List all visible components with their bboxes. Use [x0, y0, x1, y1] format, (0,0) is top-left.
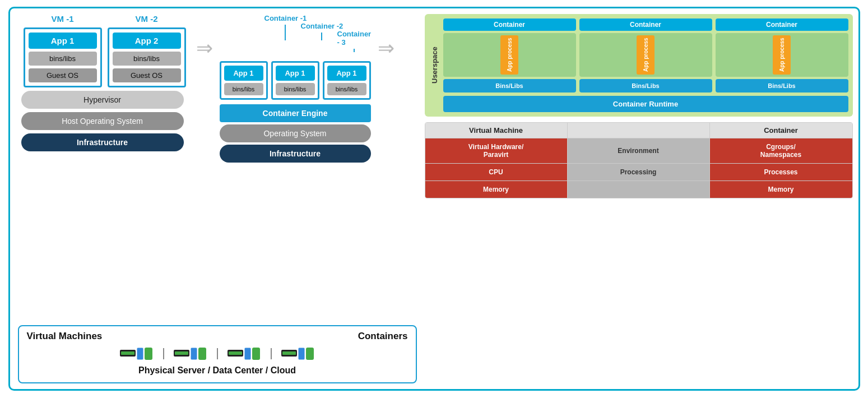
svg-rect-12	[244, 348, 251, 360]
container-header: Container	[710, 123, 852, 138]
comp-cgroups: Cgroups/ Namespaces	[710, 138, 852, 163]
svg-rect-18	[306, 348, 314, 360]
server-unit-3	[228, 345, 261, 362]
c1-app: App 1	[224, 66, 263, 81]
containers-column: Container -1 Container -2 Container - 3	[220, 14, 371, 163]
bins3: Bins/Libs	[716, 79, 848, 92]
connector-3	[269, 348, 273, 359]
comp-cpu: CPU	[425, 164, 568, 181]
arrow1: ⇒	[194, 36, 215, 60]
svg-rect-11	[229, 351, 242, 355]
c3-app: App 1	[327, 66, 366, 81]
svg-rect-13	[252, 348, 260, 360]
comp-container-memory: Memory	[710, 181, 852, 198]
comp-vm-memory: Memory	[425, 181, 568, 198]
connector-2	[215, 348, 220, 359]
container3-box: App 1 bins/libs	[323, 61, 371, 100]
server-unit-2	[174, 345, 207, 362]
comp-vm-hw: Virtual Hardware/ Paravirt	[425, 138, 568, 163]
left-panel: VM -1 VM -2 App 1 bins/libs Guest OS App…	[16, 14, 419, 383]
comp-processing-label: Processing	[568, 164, 710, 181]
container2-label: Container -2	[301, 22, 344, 30]
container-runtime-bar: Container Runtime	[443, 96, 848, 112]
hostos-block: Host Operating System	[21, 112, 184, 130]
comp-storage-label	[568, 181, 710, 198]
runtime-col-3: Container	[716, 18, 848, 31]
vm1-guestos: Guest OS	[29, 68, 97, 82]
app-process-1: App process	[500, 35, 518, 75]
vm1-bins: bins/libs	[29, 52, 97, 66]
physical-subtitle: Physical Server / Data Center / Cloud	[27, 365, 408, 376]
rc1-header: Container	[443, 18, 576, 31]
runtime-containers: Container Container Container App proces…	[443, 18, 848, 112]
runtime-apps-row: App process App process App process	[443, 33, 848, 77]
c3-bins: bins/libs	[327, 83, 366, 95]
vm2-label: VM -2	[135, 14, 157, 24]
physical-server-box: Virtual Machines Containers	[18, 325, 417, 383]
rc3-header: Container	[716, 18, 848, 31]
comp-processes: Processes	[710, 164, 852, 181]
rc2-header: Container	[579, 18, 712, 31]
vm-header: Virtual Machine	[425, 123, 568, 138]
bins2: Bins/Libs	[579, 79, 712, 92]
comp-row-1: Virtual Hardware/ Paravirt Environment C…	[425, 138, 852, 163]
vm2-box: App 2 bins/libs Guest OS	[108, 27, 186, 87]
userspace-label: Userspace	[429, 18, 440, 112]
svg-rect-7	[191, 348, 197, 360]
container-infra-block: Infrastructure	[220, 145, 371, 163]
app-process-2: App process	[637, 35, 655, 75]
comp-header-row: Virtual Machine Container	[425, 123, 852, 138]
container2-box: App 1 bins/libs	[271, 61, 319, 100]
c2-app: App 1	[276, 66, 315, 81]
comp-row-2: CPU Processing Processes	[425, 163, 852, 181]
main-container: VM -1 VM -2 App 1 bins/libs Guest OS App…	[8, 7, 860, 391]
c2-bins: bins/libs	[276, 83, 315, 95]
hypervisor-block: Hypervisor	[21, 91, 184, 109]
operating-system-block: Operating System	[220, 124, 371, 142]
c1-bins: bins/libs	[224, 83, 263, 95]
runtime-headers-row: Container Container Container	[443, 18, 848, 31]
vm-column: VM -1 VM -2 App 1 bins/libs Guest OS App…	[16, 14, 189, 151]
connector-1	[161, 348, 166, 359]
vm1-app: App 1	[29, 33, 97, 49]
svg-rect-8	[198, 348, 206, 360]
comparison-table: Virtual Machine Container Virtual Hardwa…	[425, 122, 853, 198]
svg-rect-1	[121, 351, 134, 355]
svg-rect-17	[298, 348, 305, 360]
vm2-bins: bins/libs	[113, 52, 181, 66]
runtime-col-2: Container	[579, 18, 712, 31]
runtime-diagram: Userspace Container Container Container	[425, 14, 853, 117]
right-panel: Userspace Container Container Container	[425, 14, 853, 383]
svg-rect-16	[282, 351, 296, 355]
vm2-app: App 2	[113, 33, 181, 49]
vm1-label: VM -1	[51, 14, 73, 24]
container1-label: Container -1	[264, 14, 307, 22]
svg-rect-6	[175, 351, 188, 355]
comp-row-3: Memory Memory	[425, 181, 852, 198]
server-icons-row	[27, 345, 408, 362]
env-header	[568, 123, 710, 138]
runtime-bins-row: Bins/Libs Bins/Libs Bins/Libs	[443, 79, 848, 92]
comp-env-label: Environment	[568, 138, 710, 163]
server-unit-1	[120, 345, 154, 362]
containers-title: Containers	[358, 331, 408, 342]
vm1-box: App 1 bins/libs Guest OS	[24, 27, 102, 87]
container-engine-block: Container Engine	[220, 104, 371, 122]
vm2-guestos: Guest OS	[113, 68, 181, 82]
svg-rect-2	[137, 348, 143, 360]
runtime-col-1: Container	[443, 18, 576, 31]
container1-box: App 1 bins/libs	[220, 61, 268, 100]
arrow2: ⇒	[375, 36, 397, 60]
svg-rect-3	[145, 348, 152, 360]
virtual-machines-title: Virtual Machines	[27, 331, 103, 342]
server-unit-4	[281, 345, 315, 362]
app-process-3: App process	[773, 35, 791, 75]
bins1: Bins/Libs	[443, 79, 576, 92]
container3-label: Container - 3	[337, 30, 372, 47]
vm-infra-block: Infrastructure	[21, 133, 184, 151]
